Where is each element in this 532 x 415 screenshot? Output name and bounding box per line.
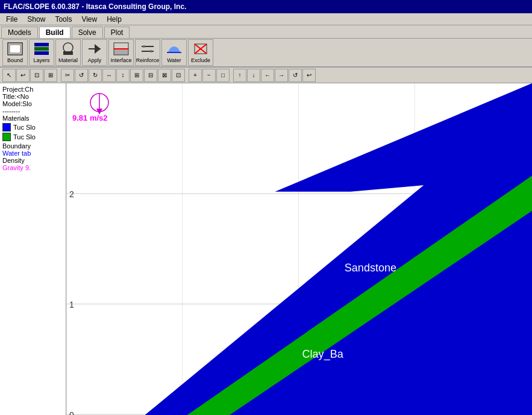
menu-show[interactable]: Show	[22, 14, 50, 25]
main-content: Project:Ch Title:<No Model:Slo -------- …	[0, 83, 532, 415]
zoom-fit2-tool[interactable]: □	[216, 69, 230, 82]
menu-tools[interactable]: Tools	[50, 14, 77, 25]
snap-tool[interactable]: ⊟	[144, 69, 157, 82]
clay-ba-label: Clay_Ba	[302, 347, 344, 361]
pan-right-tool[interactable]: →	[275, 69, 288, 82]
exclude-button[interactable]: Exclude	[188, 39, 213, 66]
zoom-tool[interactable]: ⊞	[44, 69, 57, 82]
water-button[interactable]: Water	[161, 39, 187, 66]
svg-rect-3	[34, 47, 49, 51]
water-tab-label: Water tab	[2, 150, 63, 157]
svg-text:0: 0	[69, 410, 74, 415]
tab-bar: Models Build Solve Plot	[0, 25, 532, 39]
bound-label: Bound	[7, 57, 23, 63]
svg-rect-2	[34, 43, 49, 46]
svg-text:1: 1	[69, 300, 74, 309]
exclude-label: Exclude	[191, 57, 210, 63]
left-panel: Project:Ch Title:<No Model:Slo -------- …	[0, 83, 66, 415]
svg-point-14	[143, 45, 145, 48]
cut-tool[interactable]: ✂	[61, 69, 74, 82]
legend-color-1	[2, 123, 11, 131]
tab-solve[interactable]: Solve	[72, 27, 103, 38]
undo-tool[interactable]: ↩	[16, 69, 30, 82]
legend-label-1: Tuc Slo	[13, 124, 36, 131]
svg-rect-9	[114, 43, 128, 49]
menu-help[interactable]: Help	[102, 14, 127, 25]
svg-rect-4	[34, 51, 49, 55]
pan-down-tool[interactable]: ↓	[247, 69, 260, 82]
zoom-fit-tool[interactable]: ⊡	[30, 69, 43, 82]
svg-point-15	[150, 50, 152, 52]
secondary-toolbar: ↖ ↩ ⊡ ⊞ ✂ ↺ ↻ ↔ ↕ ⊞ ⊟ ⊠ ⊡ + − □ ↑ ↓ ← → …	[0, 68, 532, 83]
materials-label: Materials	[2, 115, 63, 122]
model-label: Model:Slo	[2, 100, 63, 107]
rotate-left-tool[interactable]: ↺	[75, 69, 88, 82]
coord-tool[interactable]: ⊠	[158, 69, 171, 82]
apply-button[interactable]: Apply	[82, 39, 107, 66]
rotate-right-tool[interactable]: ↻	[89, 69, 102, 82]
density-label: Density	[2, 157, 63, 164]
main-toolbar: Bound Layers Material Apply Interface	[0, 39, 532, 68]
title-text: FLAC/SLOPE 6.00.387 - Itasca Consulting …	[4, 2, 186, 11]
material-label: Material	[58, 57, 78, 63]
gravity-label: Gravity 9.	[2, 164, 63, 171]
flip-v-tool[interactable]: ↕	[116, 69, 130, 82]
separator: --------	[2, 107, 63, 115]
legend-color-2	[2, 133, 11, 141]
pan-up-tool[interactable]: ↑	[233, 69, 246, 82]
gravity-value: 9.81 m/s2	[72, 113, 108, 122]
svg-text:2: 2	[69, 189, 74, 199]
svg-marker-8	[95, 44, 101, 54]
zoom-in-tool[interactable]: +	[189, 69, 202, 82]
svg-rect-1	[10, 45, 20, 53]
reset-tool[interactable]: ↩	[302, 69, 316, 82]
pan-left-tool[interactable]: ←	[261, 69, 274, 82]
menu-file[interactable]: File	[1, 14, 22, 25]
layers-label: Layers	[33, 57, 49, 63]
svg-point-5	[63, 43, 73, 52]
svg-rect-10	[114, 49, 128, 55]
reinforce-label: Reinforce	[136, 57, 160, 63]
material-button[interactable]: Material	[55, 39, 81, 66]
water-label: Water	[167, 57, 181, 63]
reinforce-button[interactable]: Reinforce	[135, 39, 160, 66]
boundary-label: Boundary	[2, 142, 63, 150]
tab-plot[interactable]: Plot	[104, 27, 130, 38]
project-label: Project:Ch	[2, 86, 63, 93]
bound-button[interactable]: Bound	[2, 39, 28, 66]
sandstone-top	[275, 83, 532, 192]
title-label: Title:<No	[2, 93, 63, 100]
interface-label: Interface	[110, 57, 131, 63]
svg-rect-6	[63, 51, 73, 55]
legend-label-2: Tuc Slo	[13, 133, 36, 141]
interface-button[interactable]: Interface	[108, 39, 134, 66]
sandstone-top-label: Sandstone	[345, 261, 396, 274]
tab-models[interactable]: Models	[1, 27, 38, 38]
canvas-area: 9.81 m/s2 0 1 2 Sandstone Cl	[66, 83, 532, 415]
apply-label: Apply	[88, 57, 102, 63]
title-bar: FLAC/SLOPE 6.00.387 - Itasca Consulting …	[0, 0, 532, 13]
legend-item-1: Tuc Slo	[2, 123, 63, 131]
flip-h-tool[interactable]: ↔	[102, 69, 116, 82]
legend-item-2: Tuc Slo	[2, 133, 63, 141]
refresh-tool[interactable]: ↺	[289, 69, 302, 82]
zoom-out-tool[interactable]: −	[202, 69, 216, 82]
tab-build[interactable]: Build	[39, 27, 70, 38]
model-svg: 0 1 2 Sandstone Clay_Ba Sandstone	[66, 83, 532, 415]
grid-tool[interactable]: ⊞	[130, 69, 143, 82]
pointer-tool[interactable]: ↖	[2, 69, 16, 82]
layers-button[interactable]: Layers	[29, 39, 54, 66]
menu-view[interactable]: View	[77, 14, 102, 25]
menu-bar: File Show Tools View Help	[0, 13, 532, 25]
scale-tool[interactable]: ⊡	[172, 69, 185, 82]
